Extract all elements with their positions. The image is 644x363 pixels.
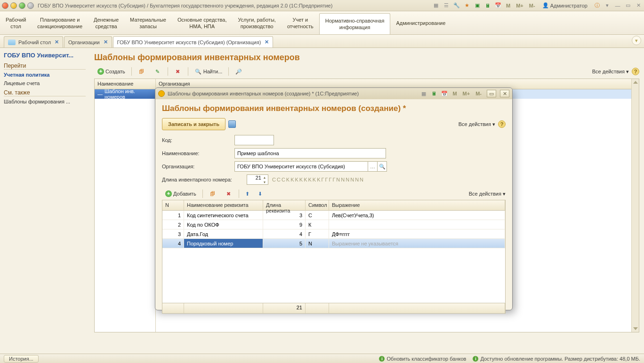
m-button[interactable]: M (451, 91, 458, 96)
copy-button[interactable]: 🗐 (135, 66, 149, 77)
org-select-button[interactable]: … (368, 161, 378, 172)
menu-materials[interactable]: Материальные запасы (124, 11, 172, 34)
toolbar-icon[interactable]: ▦ (432, 2, 440, 9)
status-update-available[interactable]: i Доступно обновление программы. Размер … (473, 356, 640, 362)
minimize-icon[interactable]: — (614, 2, 621, 9)
delete-button[interactable]: ✖ (171, 66, 185, 77)
all-actions-button[interactable]: Все действия ▾ (469, 191, 506, 197)
traffic-yellow[interactable] (10, 2, 17, 9)
org-lookup-button[interactable]: 🔍 (378, 161, 387, 172)
help-icon[interactable]: ? (632, 68, 639, 75)
mplus-button[interactable]: M+ (515, 3, 525, 8)
mminus-button[interactable]: M- (474, 91, 483, 96)
toolbar-icon[interactable]: ☰ (443, 2, 450, 9)
grid-row[interactable]: 3 Дата.Год 4 Г ДФ=гггг (162, 229, 505, 239)
desktop-icon (8, 39, 16, 45)
find-label: Найти... (203, 69, 223, 74)
help-icon[interactable]: ? (498, 120, 506, 128)
menu-services[interactable]: Услуги, работы, производство (233, 11, 282, 34)
menu-assets[interactable]: Основные средства, НМА, НПА (172, 11, 233, 34)
star-icon[interactable]: ★ (463, 2, 471, 9)
menu-admin[interactable]: Администрирование (390, 11, 451, 34)
grid-header-expr[interactable]: Выражение (329, 200, 505, 211)
all-actions-button[interactable]: Все действия ▾ (459, 121, 495, 127)
status-update-banks[interactable]: i Обновить классификатор банков (379, 356, 466, 362)
toolbar-icon[interactable]: 🔧 (453, 2, 460, 9)
history-button[interactable]: История... (4, 355, 39, 363)
add-row-button[interactable]: + Добавить (162, 189, 200, 199)
sidebar-title[interactable]: ГОБУ ВПО Университ... (4, 52, 86, 59)
menu-planning[interactable]: Планирование и санкционирование (32, 11, 88, 34)
menu-accounting[interactable]: Учет и отчетность (282, 11, 319, 34)
menu-desktop[interactable]: Рабочий стол (0, 11, 32, 34)
toolbar-icon[interactable]: ▦ (420, 90, 427, 97)
m-button[interactable]: M (505, 3, 512, 8)
info-icon[interactable]: ⓘ (593, 2, 601, 9)
sidebar-templates[interactable]: Шаблоны формирования ... (4, 97, 86, 106)
edit-button[interactable]: ✎ (151, 66, 165, 77)
calendar-icon[interactable]: 📅 (441, 90, 448, 97)
vertical-scrollbar[interactable] (631, 79, 639, 332)
grid-header-n[interactable]: N (162, 200, 184, 211)
create-button[interactable]: + Создать (94, 66, 129, 77)
grid-header-name[interactable]: Наименование реквизита (184, 200, 263, 211)
move-up-button[interactable]: ⬆ (242, 189, 253, 199)
mminus-button[interactable]: M- (528, 3, 537, 8)
traffic-red[interactable] (2, 2, 8, 9)
move-down-button[interactable]: ⬇ (255, 189, 266, 199)
save-and-close-button[interactable]: Записать и закрыть (162, 118, 225, 130)
len-input[interactable]: 21 ▲▼ (247, 174, 268, 185)
modal-maximize[interactable]: ▭ (487, 90, 496, 97)
col-name-header[interactable]: Наименование (95, 79, 155, 89)
dropdown-icon[interactable]: ▾ (604, 2, 611, 9)
tab-organizations[interactable]: Организации ✕ (64, 36, 112, 47)
calendar-icon[interactable]: 📅 (494, 2, 502, 9)
modal-close[interactable]: ✕ (500, 90, 509, 97)
close-tab-icon[interactable]: ✕ (104, 39, 108, 45)
tabs-overflow-button[interactable]: ▾ (632, 36, 641, 45)
grid-header-sym[interactable]: Символ (306, 200, 329, 211)
len-label: Длина инвентарного номера: (162, 177, 247, 182)
grid-header-len[interactable]: Длина реквизита (263, 200, 306, 211)
clear-find-button[interactable]: 🔎 (232, 66, 246, 77)
mplus-button[interactable]: M+ (461, 91, 472, 96)
stepper-down[interactable]: ▼ (262, 180, 267, 185)
traffic-grey[interactable] (27, 2, 34, 9)
copy-row-button[interactable]: 🗐 (206, 189, 220, 199)
table-row[interactable]: — Шаблон инв. номеров (95, 89, 155, 99)
delete-row-button[interactable]: ✖ (222, 189, 236, 199)
toolbar-icon[interactable]: ▣ (474, 2, 481, 9)
close-tab-icon[interactable]: ✕ (265, 39, 269, 45)
find-button[interactable]: 🔍 Найти... (191, 66, 226, 77)
save-icon[interactable] (228, 120, 236, 128)
grid-row[interactable]: 1 Код синтетического счета 3 С Лев(СчетУ… (162, 211, 505, 220)
calc-icon[interactable]: 🖩 (430, 90, 438, 97)
menu-reference[interactable]: Нормативно-справочная информация (319, 13, 391, 34)
maximize-icon[interactable]: ▭ (624, 2, 632, 9)
modal-title-text: Шаблоны формирования инвентарных номеров… (168, 91, 417, 96)
user-block[interactable]: 👤 Администратор (542, 2, 588, 8)
all-actions-button[interactable]: Все действия ▾ (592, 69, 629, 75)
close-icon[interactable]: ✕ (635, 2, 642, 9)
sidebar-group-goto: Перейти (4, 63, 86, 70)
org-input[interactable] (234, 161, 368, 172)
stepper-up[interactable]: ▲ (262, 175, 267, 180)
name-label: Наименование: (162, 150, 234, 156)
traffic-green[interactable] (19, 2, 25, 9)
close-tab-icon[interactable]: ✕ (55, 39, 59, 45)
grid-footer (329, 303, 505, 313)
template-modal: Шаблоны формирования инвентарных номеров… (155, 87, 513, 310)
name-input[interactable] (234, 148, 386, 158)
tab-label: Рабочий стол (18, 39, 51, 45)
menu-money[interactable]: Денежные средства (88, 11, 124, 34)
grid-row-selected[interactable]: 4 Порядковый номер 5 N Выражение не указ… (162, 239, 505, 248)
sidebar-accounts[interactable]: Лицевые счета (4, 79, 86, 87)
search-icon: 🔍 (194, 68, 202, 75)
code-input[interactable] (234, 135, 274, 145)
calc-icon[interactable]: 🖩 (484, 2, 491, 9)
sidebar-accounting-policy[interactable]: Учетная политика (4, 71, 86, 79)
tab-desktop[interactable]: Рабочий стол ✕ (4, 36, 63, 47)
tab-current[interactable]: ГОБУ ВПО Университет искусств (Субсидия)… (113, 36, 274, 47)
delete-icon: ✖ (225, 190, 233, 197)
grid-row[interactable]: 2 Код по ОКОФ 9 К (162, 220, 505, 229)
